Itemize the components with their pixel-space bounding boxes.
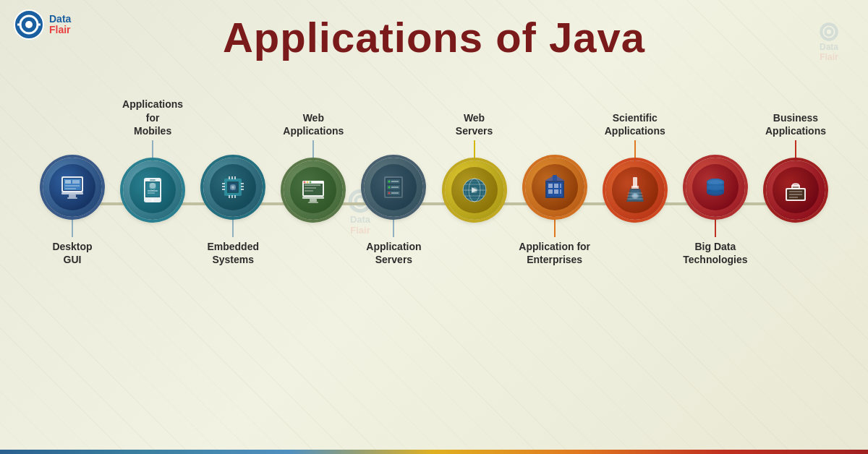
vline-below — [72, 217, 73, 237]
svg-rect-85 — [560, 184, 561, 188]
svg-rect-19 — [65, 185, 80, 187]
icon-enterprises — [532, 164, 578, 210]
vline-above — [634, 140, 636, 160]
label-app-servers: ApplicationServers — [366, 240, 421, 276]
svg-rect-37 — [241, 186, 244, 187]
label-scientific: ScientificApplications — [605, 94, 665, 137]
icon-app-servers — [370, 164, 417, 210]
vline-below — [554, 217, 556, 237]
vline-below — [474, 220, 475, 240]
svg-rect-86 — [560, 189, 561, 194]
label-web-servers: WebServers — [456, 94, 493, 137]
timeline-area: DesktopGUI Applications forMobiles — [22, 94, 846, 361]
svg-rect-55 — [305, 190, 313, 192]
svg-rect-34 — [222, 186, 225, 187]
svg-rect-67 — [391, 181, 399, 182]
svg-rect-15 — [67, 197, 77, 199]
svg-point-23 — [151, 199, 154, 202]
svg-rect-41 — [234, 176, 236, 179]
label-big-data: Big DataTechnologies — [683, 240, 747, 276]
circle-business — [766, 160, 825, 220]
circle-embedded — [203, 158, 263, 217]
svg-rect-109 — [789, 191, 802, 192]
circle-enterprises — [525, 158, 584, 217]
bottom-border — [0, 450, 868, 454]
circle-desktop-gui — [43, 158, 102, 217]
node-desktop-gui: DesktopGUI — [36, 94, 109, 276]
svg-rect-89 — [633, 177, 637, 187]
svg-point-10 — [827, 30, 831, 34]
svg-rect-44 — [234, 195, 236, 198]
icon-embedded — [210, 164, 256, 210]
icon-web-apps — [290, 167, 336, 213]
svg-rect-58 — [308, 202, 318, 203]
svg-rect-42 — [229, 195, 230, 198]
svg-point-2 — [25, 21, 33, 28]
svg-rect-54 — [305, 187, 316, 189]
svg-point-104 — [708, 190, 723, 194]
svg-rect-81 — [548, 184, 553, 188]
svg-rect-33 — [222, 183, 225, 184]
svg-rect-83 — [548, 189, 553, 194]
svg-point-65 — [388, 187, 391, 189]
svg-rect-111 — [789, 197, 798, 198]
circle-big-data — [686, 158, 745, 217]
node-mobile-apps: Applications forMobiles — [116, 94, 189, 276]
svg-rect-110 — [789, 194, 802, 195]
svg-point-52 — [310, 181, 312, 184]
node-big-data: Big DataTechnologies — [679, 94, 752, 276]
vline-below — [715, 217, 716, 237]
svg-rect-17 — [65, 180, 71, 184]
label-embedded: EmbeddedSystems — [207, 240, 259, 276]
logo-text-data: Data — [49, 14, 71, 25]
vline-above — [715, 137, 716, 158]
svg-rect-112 — [793, 187, 799, 188]
vline-below — [232, 217, 234, 237]
svg-rect-14 — [69, 194, 76, 197]
label-business: BusinessApplications — [765, 94, 826, 137]
svg-rect-39 — [229, 176, 230, 179]
svg-point-51 — [307, 181, 309, 184]
svg-point-66 — [388, 192, 391, 194]
svg-point-46 — [231, 186, 234, 189]
icon-web-servers — [451, 167, 498, 213]
vline-above — [232, 137, 234, 158]
content-area: Data Flair Data Flair Data Flair Applica… — [0, 0, 868, 454]
vline-above — [474, 140, 475, 160]
svg-rect-68 — [391, 187, 399, 188]
vline-above — [393, 137, 394, 158]
vline-below — [634, 220, 636, 240]
node-web-servers: WebServers — [438, 94, 511, 276]
logo-icon — [13, 9, 45, 40]
svg-rect-56 — [302, 197, 324, 199]
svg-rect-57 — [310, 199, 317, 202]
node-web-apps: WebApplications — [277, 94, 349, 276]
svg-rect-82 — [554, 184, 558, 188]
svg-rect-36 — [241, 183, 244, 184]
vline-below — [795, 220, 796, 240]
svg-rect-24 — [150, 179, 156, 181]
node-enterprises: Application forEnterprises — [519, 94, 591, 276]
logo-text-flair: Flair — [49, 25, 71, 35]
svg-rect-69 — [391, 192, 399, 194]
vline-above — [152, 140, 153, 160]
label-desktop-gui: DesktopGUI — [52, 240, 92, 276]
svg-rect-53 — [305, 184, 320, 186]
svg-point-64 — [388, 181, 391, 183]
logo: Data Flair — [13, 9, 71, 40]
circle-web-apps — [284, 160, 343, 220]
label-enterprises: Application forEnterprises — [519, 240, 590, 276]
main-title: Applications of Java — [0, 0, 868, 61]
svg-rect-28 — [148, 192, 155, 194]
svg-point-102 — [708, 180, 723, 184]
svg-point-50 — [304, 181, 306, 184]
circle-web-servers — [445, 160, 504, 220]
vline-above — [795, 140, 796, 160]
vline-below — [393, 217, 394, 237]
vline-above — [72, 137, 73, 158]
svg-rect-90 — [631, 186, 639, 189]
svg-rect-18 — [72, 180, 80, 184]
svg-rect-88 — [553, 175, 557, 181]
label-mobile-apps: Applications forMobiles — [116, 94, 189, 137]
label-web-apps: WebApplications — [283, 94, 344, 137]
